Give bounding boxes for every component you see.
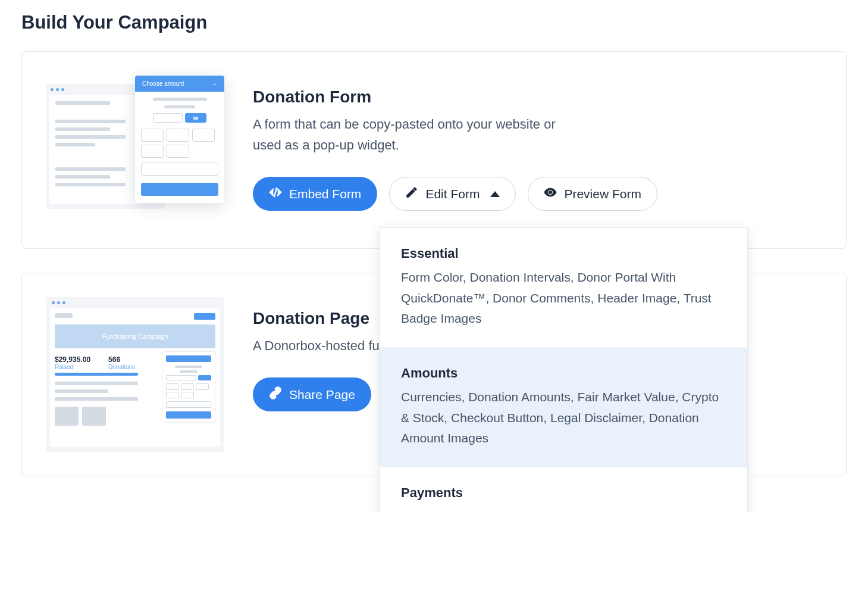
edit-form-label: Edit Form bbox=[425, 187, 480, 201]
link-icon bbox=[269, 386, 282, 402]
share-page-label: Share Page bbox=[289, 388, 355, 402]
thumbnail-donations-value: 566 bbox=[108, 355, 135, 364]
eye-icon bbox=[544, 186, 557, 202]
dropdown-item-desc: UltraSwift™ Checkout, Payment Methods, D… bbox=[401, 507, 726, 512]
preview-form-button[interactable]: Preview Form bbox=[528, 177, 657, 211]
edit-form-dropdown: Essential Form Color, Donation Intervals… bbox=[379, 227, 748, 512]
dropdown-item-title: Amounts bbox=[401, 366, 726, 381]
chevron-up-icon bbox=[490, 191, 500, 197]
dropdown-item-amounts[interactable]: Amounts Currencies, Donation Amounts, Fa… bbox=[380, 348, 747, 467]
preview-form-label: Preview Form bbox=[564, 187, 641, 201]
dropdown-item-desc: Currencies, Donation Amounts, Fair Marke… bbox=[401, 387, 726, 449]
thumbnail-donations-label: Donations bbox=[108, 364, 135, 370]
embed-form-button[interactable]: Embed Form bbox=[253, 177, 377, 211]
dropdown-item-desc: Form Color, Donation Intervals, Donor Po… bbox=[401, 267, 726, 329]
donation-page-thumbnail: Fundraising Campaign $29,935.00 Raised 5… bbox=[46, 297, 224, 452]
thumbnail-raised-value: $29,935.00 bbox=[55, 355, 90, 364]
embed-form-label: Embed Form bbox=[289, 187, 361, 201]
donation-form-title: Donation Form bbox=[253, 88, 822, 107]
code-icon bbox=[269, 186, 282, 202]
thumbnail-hero-text: Fundraising Campaign bbox=[102, 333, 168, 340]
thumbnail-raised-label: Raised bbox=[55, 364, 90, 370]
donation-form-card: Choose amount → bbox=[21, 51, 847, 249]
pencil-icon bbox=[405, 186, 418, 202]
donation-form-thumbnail: Choose amount → bbox=[46, 76, 224, 224]
dropdown-item-essential[interactable]: Essential Form Color, Donation Intervals… bbox=[380, 228, 747, 348]
donation-form-description: A form that can be copy-pasted onto your… bbox=[253, 114, 586, 155]
dropdown-item-payments[interactable]: Payments UltraSwift™ Checkout, Payment M… bbox=[380, 467, 747, 512]
dropdown-item-title: Payments bbox=[401, 485, 726, 501]
dropdown-item-title: Essential bbox=[401, 246, 726, 261]
popup-header-text: Choose amount bbox=[142, 80, 184, 87]
edit-form-button[interactable]: Edit Form bbox=[389, 177, 516, 211]
page-title: Build Your Campaign bbox=[21, 12, 847, 33]
share-page-button[interactable]: Share Page bbox=[253, 377, 371, 411]
arrow-right-icon: → bbox=[211, 80, 217, 87]
